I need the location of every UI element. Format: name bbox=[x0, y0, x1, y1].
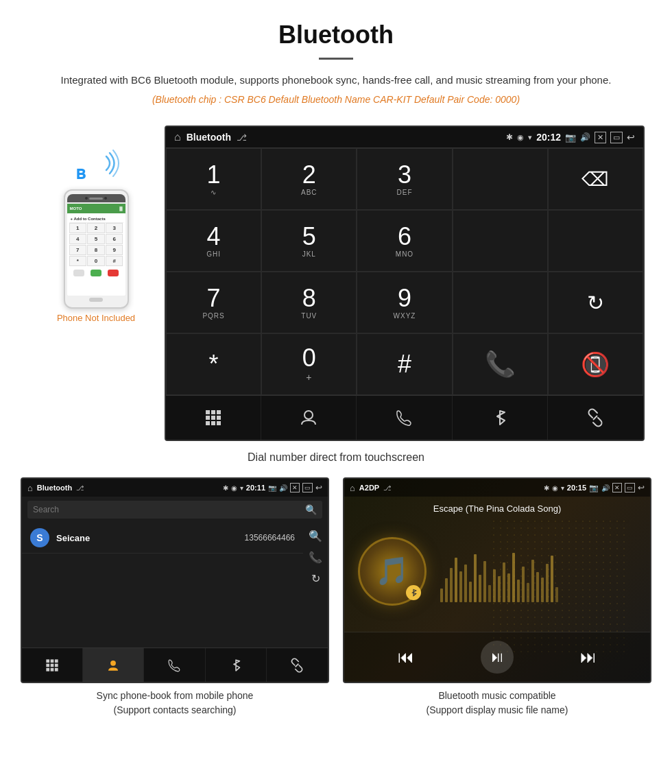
dial-key-5[interactable]: 5 JKL bbox=[261, 210, 357, 272]
viz-bar bbox=[551, 556, 553, 602]
dial-key-0[interactable]: 0 + bbox=[261, 333, 357, 395]
svg-rect-4 bbox=[211, 416, 215, 420]
music-status-left: ⌂ A2DP ⎇ bbox=[350, 483, 392, 493]
pb-call-side-icon[interactable]: 📞 bbox=[309, 551, 322, 564]
viz-bar bbox=[503, 562, 505, 602]
dial-key-7[interactable]: 7 PQRS bbox=[166, 272, 261, 333]
pb-close-btn[interactable]: ✕ bbox=[290, 483, 300, 492]
dial-empty-r3c4 bbox=[453, 272, 548, 333]
dial-key-9[interactable]: 9 WXYZ bbox=[357, 272, 452, 333]
dial-nav-calls[interactable] bbox=[357, 396, 452, 440]
phone-key-0: 0 bbox=[87, 256, 105, 266]
endcall-icon: 📵 bbox=[581, 351, 610, 378]
pb-search-side-icon[interactable]: 🔍 bbox=[309, 530, 322, 543]
phone-speaker-grille bbox=[89, 198, 103, 200]
music-home-icon[interactable]: ⌂ bbox=[350, 483, 355, 493]
contact-avatar: S bbox=[30, 528, 49, 547]
dial-redial-button[interactable]: ↻ bbox=[548, 272, 643, 333]
redial-icon: ↻ bbox=[587, 291, 604, 315]
dial-call-button[interactable]: 📞 bbox=[453, 333, 548, 395]
pb-contact-row[interactable]: S Seicane 13566664466 bbox=[22, 523, 303, 554]
pb-nav-link[interactable] bbox=[267, 648, 328, 682]
pb-status-bar: ⌂ Bluetooth ⎇ ✱ ◉ ▾ 20:11 📷 🔊 ✕ ▭ ↩ bbox=[22, 479, 328, 497]
dial-sub-9: WXYZ bbox=[394, 312, 416, 320]
dial-nav-bluetooth[interactable] bbox=[453, 396, 548, 440]
dial-key-3[interactable]: 3 DEF bbox=[357, 148, 452, 210]
pb-search-bar[interactable]: Search 🔍 bbox=[27, 501, 322, 519]
phone-key-9: 9 bbox=[106, 245, 123, 255]
back-icon[interactable]: ↩ bbox=[627, 132, 635, 143]
pb-nav-phone[interactable] bbox=[144, 648, 205, 682]
music-visualizer bbox=[440, 547, 558, 602]
dial-key-star[interactable]: * bbox=[166, 333, 261, 395]
music-play-pause-button[interactable]: ⏯ bbox=[481, 641, 514, 674]
svg-rect-2 bbox=[217, 410, 221, 414]
dial-key-hash[interactable]: # bbox=[357, 333, 452, 395]
call-icon: 📞 bbox=[485, 350, 516, 379]
pb-time: 20:11 bbox=[246, 484, 265, 492]
music-usb-icon: ⎇ bbox=[383, 484, 392, 492]
dial-key-1[interactable]: 1 ∿ bbox=[166, 148, 261, 210]
calls-icon bbox=[394, 408, 413, 427]
viz-bar bbox=[546, 564, 549, 602]
pb-title: Bluetooth bbox=[37, 484, 72, 492]
phone-key-star: * bbox=[69, 256, 87, 266]
music-vol-icon[interactable]: 🔊 bbox=[601, 484, 610, 492]
music-prev-button[interactable]: ⏮ bbox=[398, 648, 414, 667]
pb-cam-icon[interactable]: 📷 bbox=[268, 484, 276, 492]
contact-name: Seicane bbox=[56, 533, 245, 543]
pb-sync-side-icon[interactable]: ↻ bbox=[311, 572, 320, 585]
dial-sub-2: ABC bbox=[301, 189, 317, 196]
pb-contacts-list: S Seicane 13566664466 bbox=[22, 523, 303, 592]
music-close-btn[interactable]: ✕ bbox=[612, 483, 622, 492]
dial-key-6[interactable]: 6 MNO bbox=[357, 210, 452, 272]
svg-line-21 bbox=[296, 663, 299, 667]
dial-backspace-button[interactable]: ⌫ bbox=[548, 148, 643, 210]
svg-line-10 bbox=[593, 416, 597, 420]
dial-num-hash: # bbox=[398, 352, 411, 377]
music-win-btn[interactable]: ▭ bbox=[625, 483, 635, 492]
phone-speaker bbox=[85, 197, 88, 200]
dial-num-7: 7 bbox=[207, 286, 221, 311]
dial-nav-keypad[interactable] bbox=[166, 396, 261, 440]
pb-win-btn[interactable]: ▭ bbox=[302, 483, 313, 492]
pb-nav-contacts-active[interactable] bbox=[83, 648, 144, 682]
pb-vol-icon[interactable]: 🔊 bbox=[279, 484, 287, 492]
dial-status-left: ⌂ Bluetooth ⎇ bbox=[174, 131, 247, 143]
contacts-icon bbox=[299, 408, 318, 427]
svg-rect-7 bbox=[211, 421, 215, 425]
dial-sub-1: ∿ bbox=[211, 189, 217, 196]
viz-bar bbox=[517, 580, 520, 602]
dial-key-4[interactable]: 4 GHI bbox=[166, 210, 261, 272]
phonebook-item: ⌂ Bluetooth ⎇ ✱ ◉ ▾ 20:11 📷 🔊 ✕ ▭ ↩ bbox=[21, 477, 329, 717]
bluetooth-nav-icon bbox=[490, 408, 509, 427]
close-icon[interactable]: ✕ bbox=[595, 132, 606, 143]
pb-nav-bluetooth[interactable] bbox=[206, 648, 267, 682]
pb-status-left: ⌂ Bluetooth ⎇ bbox=[27, 483, 84, 493]
home-icon[interactable]: ⌂ bbox=[174, 131, 181, 143]
pb-search-placeholder: Search bbox=[33, 505, 301, 514]
pb-home-icon[interactable]: ⌂ bbox=[27, 483, 33, 493]
viz-bar bbox=[440, 589, 443, 602]
music-controls: ⏮ ⏯ ⏭ bbox=[344, 632, 650, 682]
dial-nav-link[interactable] bbox=[548, 396, 643, 440]
music-next-button[interactable]: ⏭ bbox=[580, 648, 597, 667]
dial-nav-contacts[interactable] bbox=[261, 396, 357, 440]
window-icon[interactable]: ▭ bbox=[610, 132, 623, 143]
dial-key-8[interactable]: 8 TUV bbox=[261, 272, 357, 333]
svg-rect-16 bbox=[55, 663, 58, 667]
svg-rect-17 bbox=[46, 667, 49, 671]
svg-point-20 bbox=[110, 660, 116, 665]
camera-icon[interactable]: 📷 bbox=[565, 132, 576, 143]
dial-key-2[interactable]: 2 ABC bbox=[261, 148, 357, 210]
pb-link-icon bbox=[289, 658, 304, 673]
viz-bar bbox=[450, 568, 453, 602]
volume-icon[interactable]: 🔊 bbox=[580, 132, 590, 142]
pb-contacts-active-icon bbox=[106, 658, 121, 673]
music-cam-icon[interactable]: 📷 bbox=[589, 484, 599, 492]
dial-endcall-button[interactable]: 📵 bbox=[548, 333, 643, 395]
music-back-btn[interactable]: ↩ bbox=[638, 483, 645, 492]
pb-nav-keypad[interactable] bbox=[22, 648, 83, 682]
dial-empty-r2c4 bbox=[453, 210, 548, 272]
pb-back-btn[interactable]: ↩ bbox=[315, 483, 322, 492]
